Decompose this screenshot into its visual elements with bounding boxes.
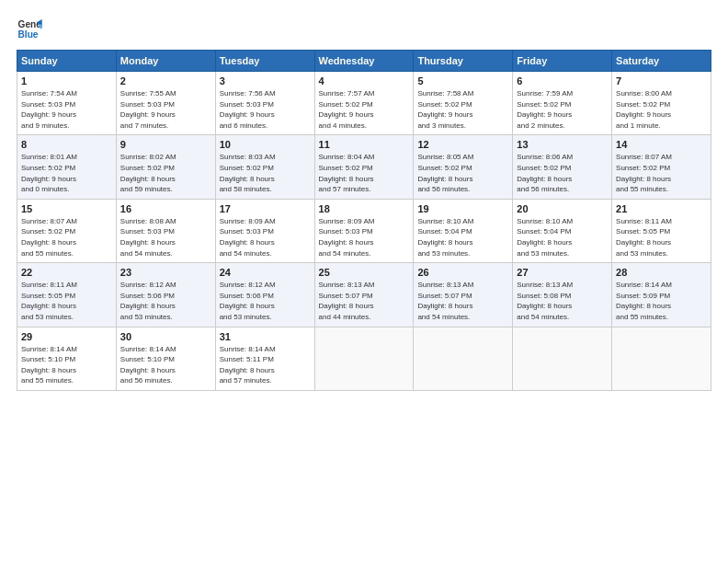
day-info: Sunrise: 7:54 AM Sunset: 5:03 PM Dayligh…	[21, 88, 112, 131]
day-info: Sunrise: 8:14 AM Sunset: 5:11 PM Dayligh…	[220, 344, 311, 386]
calendar-cell: 9Sunrise: 8:02 AM Sunset: 5:02 PM Daylig…	[116, 135, 215, 199]
day-number: 23	[120, 267, 211, 278]
day-info: Sunrise: 8:11 AM Sunset: 5:05 PM Dayligh…	[616, 216, 707, 259]
day-info: Sunrise: 8:14 AM Sunset: 5:10 PM Dayligh…	[21, 344, 112, 386]
calendar-cell: 8Sunrise: 8:01 AM Sunset: 5:02 PM Daylig…	[17, 135, 117, 199]
calendar-week-1: 1Sunrise: 7:54 AM Sunset: 5:03 PM Daylig…	[17, 72, 711, 135]
day-number: 28	[616, 267, 707, 278]
page: General Blue SundayMondayTuesdayWednesda…	[0, 0, 728, 400]
calendar-cell	[414, 327, 513, 390]
day-info: Sunrise: 8:10 AM Sunset: 5:04 PM Dayligh…	[517, 216, 608, 259]
day-number: 27	[517, 267, 608, 278]
svg-text:Blue: Blue	[18, 29, 39, 40]
calendar-table: SundayMondayTuesdayWednesdayThursdayFrid…	[17, 50, 711, 391]
calendar-cell: 31Sunrise: 8:14 AM Sunset: 5:11 PM Dayli…	[215, 327, 314, 390]
calendar-header-row: SundayMondayTuesdayWednesdayThursdayFrid…	[17, 51, 711, 72]
day-number: 8	[21, 139, 112, 150]
col-header-thursday: Thursday	[414, 51, 513, 72]
day-info: Sunrise: 8:09 AM Sunset: 5:03 PM Dayligh…	[319, 216, 410, 259]
col-header-friday: Friday	[513, 51, 612, 72]
day-info: Sunrise: 8:14 AM Sunset: 5:10 PM Dayligh…	[120, 344, 211, 386]
day-number: 10	[220, 139, 311, 150]
day-info: Sunrise: 8:03 AM Sunset: 5:02 PM Dayligh…	[220, 152, 311, 194]
day-number: 29	[21, 331, 112, 342]
day-number: 24	[220, 267, 311, 278]
day-number: 7	[616, 75, 707, 86]
day-number: 18	[319, 203, 410, 214]
calendar-cell: 29Sunrise: 8:14 AM Sunset: 5:10 PM Dayli…	[17, 327, 117, 390]
calendar-cell	[314, 327, 414, 390]
calendar-cell: 21Sunrise: 8:11 AM Sunset: 5:05 PM Dayli…	[612, 199, 711, 262]
day-info: Sunrise: 7:58 AM Sunset: 5:02 PM Dayligh…	[417, 88, 508, 131]
day-number: 17	[220, 203, 311, 214]
day-number: 14	[616, 139, 707, 150]
day-number: 25	[319, 267, 410, 278]
day-number: 21	[616, 203, 707, 214]
col-header-wednesday: Wednesday	[314, 51, 414, 72]
day-number: 2	[120, 75, 211, 86]
day-number: 20	[517, 203, 608, 214]
day-info: Sunrise: 8:14 AM Sunset: 5:09 PM Dayligh…	[616, 280, 707, 322]
calendar-cell: 14Sunrise: 8:07 AM Sunset: 5:02 PM Dayli…	[612, 135, 711, 199]
calendar-cell: 12Sunrise: 8:05 AM Sunset: 5:02 PM Dayli…	[414, 135, 513, 199]
calendar-cell	[513, 327, 612, 390]
day-number: 22	[21, 267, 112, 278]
calendar-cell	[612, 327, 711, 390]
day-info: Sunrise: 8:12 AM Sunset: 5:06 PM Dayligh…	[120, 280, 211, 322]
day-info: Sunrise: 8:13 AM Sunset: 5:07 PM Dayligh…	[319, 280, 410, 322]
calendar-cell: 17Sunrise: 8:09 AM Sunset: 5:03 PM Dayli…	[215, 199, 314, 262]
calendar-cell: 11Sunrise: 8:04 AM Sunset: 5:02 PM Dayli…	[314, 135, 414, 199]
day-info: Sunrise: 8:00 AM Sunset: 5:02 PM Dayligh…	[616, 88, 707, 131]
calendar-cell: 5Sunrise: 7:58 AM Sunset: 5:02 PM Daylig…	[414, 72, 513, 135]
header: General Blue	[17, 17, 711, 42]
day-info: Sunrise: 7:55 AM Sunset: 5:03 PM Dayligh…	[120, 88, 211, 131]
calendar-cell: 7Sunrise: 8:00 AM Sunset: 5:02 PM Daylig…	[612, 72, 711, 135]
calendar-week-5: 29Sunrise: 8:14 AM Sunset: 5:10 PM Dayli…	[17, 327, 711, 390]
logo-icon: General Blue	[17, 17, 42, 42]
calendar-cell: 15Sunrise: 8:07 AM Sunset: 5:02 PM Dayli…	[17, 199, 117, 262]
day-info: Sunrise: 8:08 AM Sunset: 5:03 PM Dayligh…	[120, 216, 211, 259]
day-info: Sunrise: 7:59 AM Sunset: 5:02 PM Dayligh…	[517, 88, 608, 131]
day-number: 13	[517, 139, 608, 150]
day-info: Sunrise: 8:09 AM Sunset: 5:03 PM Dayligh…	[220, 216, 311, 259]
day-number: 11	[319, 139, 410, 150]
day-info: Sunrise: 8:11 AM Sunset: 5:05 PM Dayligh…	[21, 280, 112, 322]
day-number: 30	[120, 331, 211, 342]
day-number: 3	[220, 75, 311, 86]
calendar-week-2: 8Sunrise: 8:01 AM Sunset: 5:02 PM Daylig…	[17, 135, 711, 199]
calendar-cell: 2Sunrise: 7:55 AM Sunset: 5:03 PM Daylig…	[116, 72, 215, 135]
day-info: Sunrise: 8:13 AM Sunset: 5:07 PM Dayligh…	[417, 280, 508, 322]
day-number: 15	[21, 203, 112, 214]
day-info: Sunrise: 8:13 AM Sunset: 5:08 PM Dayligh…	[517, 280, 608, 322]
day-info: Sunrise: 8:06 AM Sunset: 5:02 PM Dayligh…	[517, 152, 608, 194]
day-number: 1	[21, 75, 112, 86]
col-header-tuesday: Tuesday	[215, 51, 314, 72]
calendar-cell: 26Sunrise: 8:13 AM Sunset: 5:07 PM Dayli…	[414, 263, 513, 327]
calendar-cell: 10Sunrise: 8:03 AM Sunset: 5:02 PM Dayli…	[215, 135, 314, 199]
day-number: 12	[417, 139, 508, 150]
col-header-monday: Monday	[116, 51, 215, 72]
day-info: Sunrise: 8:05 AM Sunset: 5:02 PM Dayligh…	[417, 152, 508, 194]
calendar-cell: 28Sunrise: 8:14 AM Sunset: 5:09 PM Dayli…	[612, 263, 711, 327]
day-number: 26	[417, 267, 508, 278]
calendar-cell: 18Sunrise: 8:09 AM Sunset: 5:03 PM Dayli…	[314, 199, 414, 262]
day-info: Sunrise: 8:07 AM Sunset: 5:02 PM Dayligh…	[616, 152, 707, 194]
day-number: 19	[417, 203, 508, 214]
day-info: Sunrise: 8:02 AM Sunset: 5:02 PM Dayligh…	[120, 152, 211, 194]
logo: General Blue	[17, 17, 46, 42]
day-info: Sunrise: 8:04 AM Sunset: 5:02 PM Dayligh…	[319, 152, 410, 194]
day-info: Sunrise: 8:12 AM Sunset: 5:06 PM Dayligh…	[220, 280, 311, 322]
day-number: 5	[417, 75, 508, 86]
calendar-week-3: 15Sunrise: 8:07 AM Sunset: 5:02 PM Dayli…	[17, 199, 711, 262]
day-number: 9	[120, 139, 211, 150]
calendar-cell: 23Sunrise: 8:12 AM Sunset: 5:06 PM Dayli…	[116, 263, 215, 327]
calendar-cell: 1Sunrise: 7:54 AM Sunset: 5:03 PM Daylig…	[17, 72, 117, 135]
calendar-cell: 13Sunrise: 8:06 AM Sunset: 5:02 PM Dayli…	[513, 135, 612, 199]
day-number: 4	[319, 75, 410, 86]
day-info: Sunrise: 7:57 AM Sunset: 5:02 PM Dayligh…	[319, 88, 410, 131]
col-header-sunday: Sunday	[17, 51, 117, 72]
calendar-cell: 19Sunrise: 8:10 AM Sunset: 5:04 PM Dayli…	[414, 199, 513, 262]
day-number: 6	[517, 75, 608, 86]
calendar-cell: 16Sunrise: 8:08 AM Sunset: 5:03 PM Dayli…	[116, 199, 215, 262]
day-info: Sunrise: 7:56 AM Sunset: 5:03 PM Dayligh…	[220, 88, 311, 131]
